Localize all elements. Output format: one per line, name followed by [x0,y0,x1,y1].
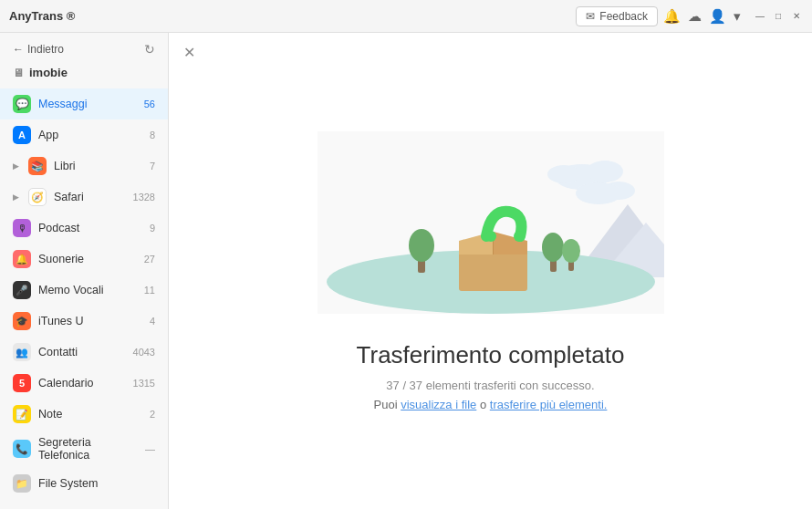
sidebar: ← Indietro ↻ 🖥 imobie 💬 Messaggi 56 A Ap… [0,33,169,509]
svg-point-12 [542,233,564,262]
svg-point-14 [562,239,580,263]
podcast-count: 9 [150,223,155,234]
feedback-button[interactable]: ✉ Feedback [576,6,658,26]
titlebar-icons: 🔔 ☁ 👤 ▾ [663,8,741,25]
suonerie-label: Suonerie [38,253,137,265]
safari-label: Safari [54,191,126,203]
sidebar-item-calendario[interactable]: 5 Calendario 1315 [0,368,168,399]
user-icon[interactable]: 👤 [709,8,726,25]
sidebar-item-libri[interactable]: ▶ 📚 Libri 7 [0,151,168,182]
titlebar-right: ✉ Feedback 🔔 ☁ 👤 ▾ — □ ✕ [576,6,803,26]
svg-point-10 [409,229,434,262]
contatti-icon: 👥 [13,343,31,361]
safari-count: 1328 [133,192,155,203]
memo-count: 11 [144,285,155,296]
titlebar: AnyTrans ® ✉ Feedback 🔔 ☁ 👤 ▾ — □ ✕ [0,0,812,33]
sidebar-item-app[interactable]: A App 8 [0,119,168,151]
suonerie-count: 27 [144,254,155,265]
safari-expand-icon: ▶ [13,192,19,202]
sidebar-item-segreteria[interactable]: 📞 Segreteria Telefonica — [0,430,168,468]
filesystem-label: File System [38,477,148,490]
sidebar-nav: ← Indietro ↻ [0,33,168,62]
segreteria-count: — [145,443,155,454]
note-icon: 📝 [13,405,31,423]
success-illustration [318,131,664,314]
calendario-label: Calendario [38,377,126,390]
maximize-button[interactable]: □ [772,10,785,23]
sidebar-item-podcast[interactable]: 🎙 Podcast 9 [0,213,168,244]
refresh-icon[interactable]: ↻ [144,42,155,57]
sidebar-item-itunes[interactable]: 🎓 iTunes U 4 [0,306,168,337]
podcast-label: Podcast [38,222,142,234]
success-text-middle: o [480,398,490,411]
itunes-count: 4 [150,316,155,327]
libri-expand-icon: ▶ [13,161,19,171]
sidebar-item-memo[interactable]: 🎤 Memo Vocali 11 [0,275,168,306]
svg-point-3 [547,165,580,183]
main-layout: ← Indietro ↻ 🖥 imobie 💬 Messaggi 56 A Ap… [0,33,812,509]
device-icon: 🖥 [13,67,24,79]
app-count: 8 [150,130,155,140]
app-label: App [38,129,142,141]
success-subtitle: 37 / 37 elementi trasferiti con successo… [386,379,594,392]
transfer-more-link[interactable]: trasferire più elementi. [490,398,608,411]
libri-icon: 📚 [28,157,47,175]
messaggi-count: 56 [144,99,155,109]
back-button[interactable]: ← Indietro [13,43,64,56]
suonerie-icon: 🔔 [13,250,31,268]
cloud-icon[interactable]: ☁ [688,8,702,25]
sidebar-item-filesystem[interactable]: 📁 File System [0,468,168,499]
sidebar-item-contatti[interactable]: 👥 Contatti 4043 [0,337,168,368]
memo-label: Memo Vocali [38,284,137,296]
notification-icon[interactable]: 🔔 [663,8,681,25]
svg-point-5 [576,182,621,204]
sidebar-device: 🖥 imobie [0,62,168,88]
window-controls: — □ ✕ [754,10,803,23]
sidebar-item-messaggi[interactable]: 💬 Messaggi 56 [0,88,168,119]
safari-icon: 🧭 [28,188,47,206]
segreteria-icon: 📞 [13,440,31,458]
back-label: Indietro [27,43,64,56]
note-label: Note [38,408,142,421]
libri-count: 7 [150,161,155,171]
feedback-label: Feedback [599,10,648,23]
messaggi-label: Messaggi [38,98,137,110]
contatti-label: Contatti [38,346,126,358]
content-area: ✕ [169,33,812,509]
close-window-button[interactable]: ✕ [790,10,803,23]
success-title: Trasferimento completato [357,341,625,369]
filesystem-icon: 📁 [13,474,31,493]
success-text-before: Puoi [374,398,401,411]
calendario-icon: 5 [13,374,31,392]
sidebar-item-safari[interactable]: ▶ 🧭 Safari 1328 [0,182,168,213]
podcast-icon: 🎙 [13,219,31,237]
device-name: imobie [29,66,68,79]
svg-point-19 [485,231,496,242]
app-title-text: AnyTrans ® [9,9,75,23]
view-files-link[interactable]: visualizza i file [401,398,476,411]
minimize-button[interactable]: — [754,10,766,23]
sidebar-item-suonerie[interactable]: 🔔 Suonerie 27 [0,244,168,275]
svg-point-2 [587,161,623,182]
back-arrow-icon: ← [13,43,24,56]
feedback-icon: ✉ [586,10,595,23]
messaggi-icon: 💬 [13,95,31,113]
sidebar-item-note[interactable]: 📝 Note 2 [0,399,168,430]
itunes-label: iTunes U [38,315,142,327]
note-count: 2 [150,409,155,420]
success-links: Puoi visualizza i file o trasferire più … [374,398,608,411]
memo-icon: 🎤 [13,281,31,299]
segreteria-label: Segreteria Telefonica [38,436,138,462]
svg-point-20 [514,231,525,242]
contatti-count: 4043 [133,347,155,358]
close-button[interactable]: ✕ [183,46,195,60]
calendario-count: 1315 [133,378,155,389]
itunes-icon: 🎓 [13,312,31,330]
app-icon: A [13,126,31,144]
dropdown-icon[interactable]: ▾ [734,8,741,25]
app-title: AnyTrans ® [9,9,75,23]
libri-label: Libri [54,160,142,172]
